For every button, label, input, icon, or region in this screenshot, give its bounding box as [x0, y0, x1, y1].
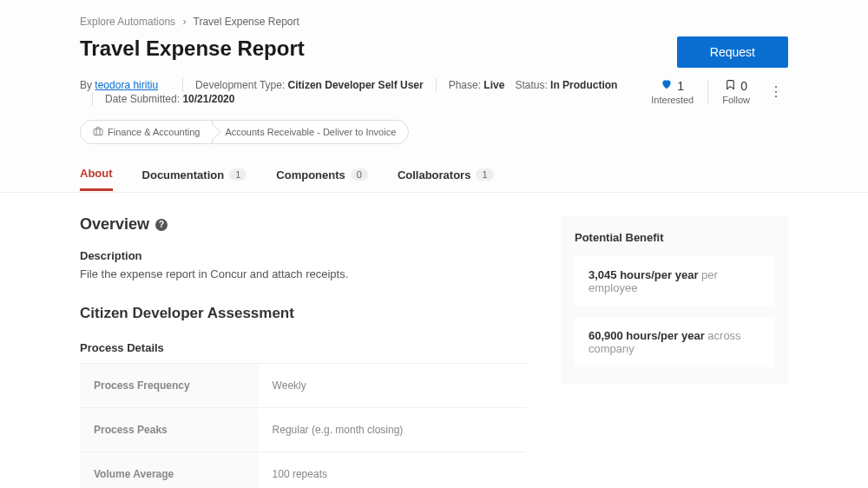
tab-badge: 1: [476, 168, 493, 181]
tab-badge: 1: [229, 168, 247, 181]
interested-label: Interested: [651, 95, 694, 105]
breadcrumb: Explore Automations › Travel Expense Rep…: [80, 16, 788, 28]
description-text: File the expense report in Concur and at…: [80, 267, 526, 280]
tab-documentation[interactable]: Documentation1: [142, 167, 247, 191]
divider: [182, 78, 183, 92]
tab-components[interactable]: Components0: [276, 167, 368, 191]
benefit-title: Potential Benefit: [575, 231, 774, 244]
tag-primary[interactable]: Finance & Accounting: [81, 121, 212, 143]
row-key: Process Frequency: [80, 364, 259, 408]
divider: [436, 78, 437, 92]
heart-icon: [661, 78, 673, 93]
benefit-card: Potential Benefit 3,045 hours/per year p…: [561, 215, 788, 385]
row-val: Regular (e.g. month closing): [259, 408, 526, 452]
tag-row: Finance & Accounting Accounts Receivable…: [80, 120, 637, 144]
benefit-row-2: 60,900 hours/per year across company: [575, 317, 774, 367]
meta-row: By teodora hiritiu Development Type: Cit…: [80, 78, 637, 106]
request-button[interactable]: Request: [677, 36, 788, 68]
breadcrumb-current: Travel Expense Report: [194, 16, 299, 28]
status: Status: In Production: [515, 79, 617, 91]
table-row: Process FrequencyWeekly: [80, 364, 526, 408]
by-label: By: [80, 79, 92, 91]
breadcrumb-root[interactable]: Explore Automations: [80, 16, 175, 28]
process-details-label: Process Details: [80, 341, 526, 354]
follow-label: Follow: [722, 95, 750, 105]
divider: [92, 92, 93, 106]
svg-rect-0: [94, 129, 102, 135]
table-row: Volume Average100 repeats: [80, 452, 526, 489]
row-val: 100 repeats: [259, 452, 526, 489]
interested-count: 1: [677, 79, 684, 93]
interested-action[interactable]: 1 Interested: [637, 78, 707, 105]
overview-heading: Overview ?: [80, 215, 526, 234]
author-link[interactable]: teodora hiritiu: [95, 79, 158, 91]
briefcase-icon: [93, 126, 103, 138]
tag-secondary-label: Accounts Receivable - Deliver to Invoice: [225, 127, 396, 137]
phase: Phase: Live: [449, 79, 505, 91]
chevron-right-icon: ›: [182, 16, 186, 28]
tag-primary-label: Finance & Accounting: [108, 127, 200, 137]
tabs: AboutDocumentation1Components0Collaborat…: [80, 167, 788, 192]
table-row: Process PeaksRegular (e.g. month closing…: [80, 408, 526, 452]
date-submitted: Date Submitted: 10/21/2020: [105, 93, 234, 105]
assessment-heading: Citizen Developer Assessment: [80, 305, 526, 322]
bookmark-icon: [725, 79, 736, 93]
follow-action[interactable]: 0 Follow: [708, 79, 764, 105]
more-icon[interactable]: ⋮: [764, 83, 788, 100]
page-title: Travel Expense Report: [80, 36, 305, 61]
follow-count: 0: [740, 79, 747, 93]
row-key: Volume Average: [80, 452, 259, 489]
tag-secondary[interactable]: Accounts Receivable - Deliver to Invoice: [212, 121, 408, 143]
row-val: Weekly: [259, 364, 526, 408]
process-details-table: Process FrequencyWeeklyProcess PeaksRegu…: [80, 363, 526, 488]
help-icon[interactable]: ?: [155, 219, 168, 231]
dev-type: Development Type: Citizen Developer Self…: [195, 79, 424, 91]
description-label: Description: [80, 249, 526, 262]
tab-collaborators[interactable]: Collaborators1: [398, 167, 494, 191]
tab-about[interactable]: About: [80, 167, 113, 191]
tab-badge: 0: [351, 168, 368, 181]
benefit-row-1: 3,045 hours/per year per employee: [575, 256, 774, 307]
row-key: Process Peaks: [80, 408, 259, 452]
